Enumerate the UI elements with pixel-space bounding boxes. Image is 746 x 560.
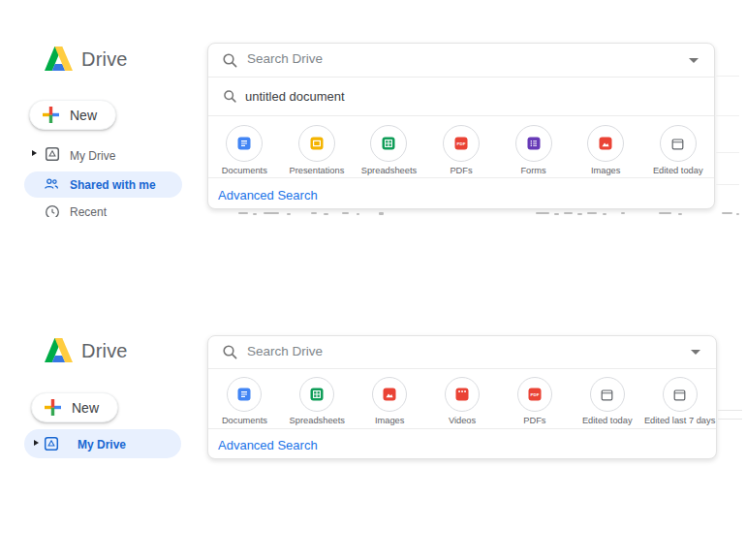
chip-label: Presentations bbox=[289, 166, 344, 175]
background-row-divider bbox=[716, 152, 739, 153]
background-row-divider bbox=[716, 115, 739, 116]
chip-edited-today[interactable]: Edited today bbox=[571, 377, 643, 436]
spreadsheets-icon bbox=[310, 388, 324, 401]
new-button-label: New bbox=[72, 400, 99, 416]
advanced-search-link[interactable]: Advanced Search bbox=[218, 188, 318, 202]
background-row-divider bbox=[718, 410, 742, 411]
drive-logo-icon bbox=[45, 47, 73, 71]
chip-label: Edited last 7 days bbox=[644, 416, 715, 425]
suggestion-query-text: untitled document bbox=[245, 89, 345, 104]
drive-logo-text: Drive bbox=[81, 340, 128, 362]
chip-label: Images bbox=[591, 166, 621, 175]
sidebar-item-shared-with-me-label: Shared with me bbox=[70, 178, 156, 192]
calendar-icon bbox=[670, 137, 685, 151]
calendar-icon bbox=[600, 388, 614, 402]
calendar-icon bbox=[672, 388, 687, 402]
drive-screenshots-canvas: Drive New My Drive Shared with me bbox=[0, 0, 746, 560]
pdf-badge-text: PDF bbox=[530, 392, 539, 397]
expand-arrow-icon[interactable] bbox=[32, 150, 37, 156]
search-icon bbox=[222, 52, 238, 69]
documents-icon bbox=[237, 388, 251, 401]
advanced-search-row: Advanced Search bbox=[208, 177, 714, 209]
advanced-search-link[interactable]: Advanced Search bbox=[218, 438, 318, 452]
chip-label: Images bbox=[375, 416, 405, 425]
filter-chips-row: Documents Presentations bbox=[208, 115, 714, 177]
search-input[interactable] bbox=[245, 50, 540, 67]
chip-videos[interactable]: Videos bbox=[426, 377, 499, 436]
new-button-label: New bbox=[70, 108, 97, 123]
plus-icon bbox=[43, 107, 59, 123]
chip-label: Forms bbox=[520, 166, 545, 175]
advanced-search-row: Advanced Search bbox=[208, 428, 716, 459]
forms-icon bbox=[527, 137, 541, 150]
search-bar-row bbox=[208, 44, 714, 77]
chip-label: Documents bbox=[222, 166, 267, 175]
images-icon bbox=[383, 388, 396, 401]
chevron-down-icon[interactable] bbox=[689, 58, 699, 63]
shared-with-me-icon bbox=[44, 176, 59, 192]
sidebar-item-my-drive[interactable]: My Drive bbox=[70, 149, 115, 163]
chip-pdfs[interactable]: PDF PDFs bbox=[498, 377, 571, 436]
documents-icon bbox=[237, 137, 251, 150]
chip-label: PDFs bbox=[450, 166, 472, 175]
search-dropdown-panel: Documents Spreadsheets bbox=[207, 335, 717, 459]
search-suggestion-row[interactable]: untitled document bbox=[208, 77, 714, 115]
chip-spreadsheets[interactable]: Spreadsheets bbox=[281, 377, 354, 436]
plus-icon bbox=[45, 399, 61, 416]
chip-images[interactable]: Images bbox=[354, 377, 426, 436]
search-dropdown-panel: untitled document Documents bbox=[207, 43, 715, 209]
chip-edited-last-7-days[interactable]: Edited last 7 days bbox=[643, 377, 716, 436]
search-bar-row bbox=[208, 336, 716, 368]
drive-logo-icon bbox=[45, 338, 73, 362]
spreadsheets-icon bbox=[382, 137, 395, 150]
pdf-icon: PDF bbox=[528, 388, 542, 401]
my-drive-icon bbox=[45, 146, 60, 162]
pdf-icon: PDF bbox=[454, 137, 468, 150]
chip-label: PDFs bbox=[523, 416, 545, 425]
videos-icon bbox=[455, 388, 469, 401]
search-icon bbox=[222, 344, 238, 360]
pdf-badge-text: PDF bbox=[457, 141, 466, 146]
sidebar-item-my-drive-label: My Drive bbox=[78, 438, 126, 451]
presentations-icon bbox=[310, 137, 324, 150]
drive-logo-text: Drive bbox=[81, 48, 128, 71]
chevron-down-icon[interactable] bbox=[691, 350, 700, 355]
new-button[interactable]: New bbox=[29, 100, 116, 130]
drive-search-suggestions-view: Drive New My Drive Shared with me bbox=[0, 0, 746, 217]
chip-label: Documents bbox=[222, 416, 267, 425]
chip-label: Edited today bbox=[653, 166, 703, 175]
chip-documents[interactable]: Documents bbox=[208, 377, 281, 436]
background-row-divider bbox=[718, 419, 742, 420]
filter-chips-row: Documents Spreadsheets bbox=[208, 368, 716, 428]
chip-label: Spreadsheets bbox=[361, 166, 417, 175]
background-row-divider bbox=[716, 184, 739, 185]
images-icon bbox=[599, 137, 612, 150]
my-drive-icon bbox=[44, 436, 59, 451]
expand-arrow-icon[interactable] bbox=[34, 440, 39, 446]
new-button[interactable]: New bbox=[31, 392, 118, 422]
recent-icon bbox=[45, 204, 60, 217]
search-icon bbox=[223, 89, 237, 104]
chip-label: Videos bbox=[449, 416, 476, 425]
background-row-divider bbox=[716, 76, 739, 77]
search-input[interactable] bbox=[245, 343, 540, 359]
chip-label: Edited today bbox=[582, 416, 633, 425]
drive-search-filters-view: Drive New My Drive bbox=[0, 291, 746, 560]
sidebar-item-recent[interactable]: Recent bbox=[70, 205, 107, 217]
chip-label: Spreadsheets bbox=[290, 416, 345, 425]
